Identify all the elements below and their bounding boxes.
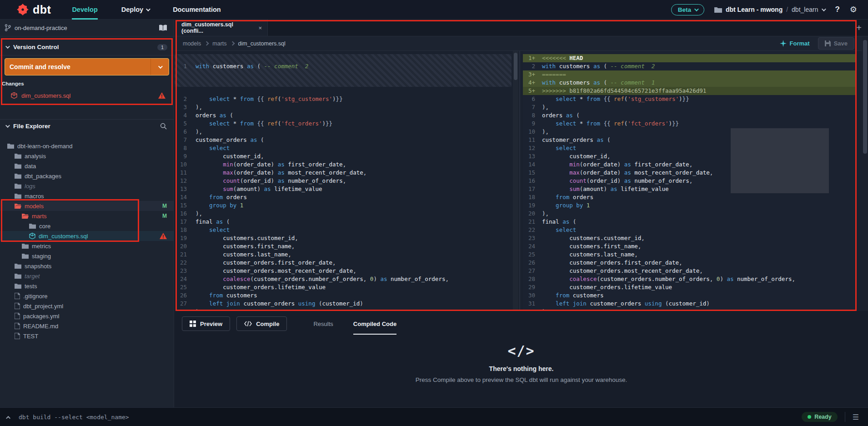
code-line[interactable]: 22 select — [523, 226, 857, 234]
tree-item-staging[interactable]: staging — [0, 251, 174, 261]
code-line[interactable]: 3), — [175, 103, 512, 111]
code-line[interactable]: 23 customer_orders.most_recent_order_dat… — [175, 267, 512, 275]
expand-panel-icon[interactable] — [0, 413, 19, 421]
code-line[interactable]: 24 coalesce(customer_orders.number_of_or… — [175, 275, 512, 283]
code-line[interactable]: 20), — [523, 210, 857, 218]
code-line[interactable]: 21 customers.last_name, — [175, 251, 512, 259]
gear-icon[interactable]: ⚙ — [850, 5, 857, 15]
code-line[interactable]: 32) — [523, 308, 857, 311]
code-line[interactable]: 12 select — [523, 144, 857, 152]
code-line[interactable]: 26 customer_orders.first_order_date, — [523, 259, 857, 267]
code-line[interactable]: 25 customers.last_name, — [523, 251, 857, 259]
code-line[interactable]: 31 left join customer_orders using (cust… — [523, 300, 857, 308]
left-pane-scrollbar[interactable] — [513, 51, 518, 311]
commit-options-button[interactable] — [151, 59, 169, 75]
beta-badge[interactable]: Beta — [671, 4, 704, 15]
code-line[interactable]: 27 customer_orders.most_recent_order_dat… — [523, 267, 857, 275]
code-line[interactable]: 17final as ( — [175, 218, 512, 226]
code-line[interactable]: 14 from orders — [175, 193, 512, 201]
tree-item-logs[interactable]: logs — [0, 181, 174, 191]
code-line[interactable]: 25 customer_orders.lifetime_value — [175, 283, 512, 291]
code-line[interactable]: 26 from customers — [175, 291, 512, 300]
code-line[interactable]: 7customer_orders as ( — [175, 136, 512, 144]
new-tab-button[interactable]: + — [850, 20, 868, 36]
code-line[interactable]: 7), — [523, 103, 857, 111]
code-line[interactable]: 4orders as ( — [175, 111, 512, 120]
tab-results[interactable]: Results — [313, 316, 333, 332]
code-line[interactable]: 5 select * from {{ ref('fct_orders')}} — [175, 120, 512, 128]
tree-item-target[interactable]: target — [0, 271, 174, 281]
code-line[interactable]: 28 coalesce(customer_orders.number_of_or… — [523, 275, 857, 283]
tree-item-readme-md[interactable]: README.md — [0, 321, 174, 331]
account-switcher[interactable]: dbt Learn - mwong / dbt_learn — [714, 6, 825, 13]
code-line[interactable]: 29 customer_orders.lifetime_value — [523, 283, 857, 291]
code-line[interactable]: 1with customers as ( -- comment 2 — [175, 62, 512, 70]
tree-item-snapshots[interactable]: snapshots — [0, 261, 174, 271]
file-explorer-header[interactable]: File Explorer — [0, 119, 174, 133]
code-line[interactable]: 18 select — [175, 226, 512, 234]
docs-book-icon[interactable] — [159, 25, 167, 31]
code-line[interactable]: 18 from orders — [523, 193, 857, 201]
tree-item-dbt-packages[interactable]: dbt_packages — [0, 171, 174, 181]
code-line[interactable]: 21final as ( — [523, 218, 857, 226]
code-line[interactable]: 2 select * from {{ ref('stg_customers')}… — [175, 95, 512, 103]
history-menu-icon[interactable]: ☰ — [853, 413, 862, 421]
code-line[interactable]: 6), — [175, 128, 512, 136]
breadcrumb-models[interactable]: models — [183, 40, 201, 47]
code-line[interactable]: 15 group by 1 — [175, 201, 512, 210]
code-line[interactable]: 16 count(order_id) as number_of_orders, — [523, 177, 857, 185]
code-line[interactable]: 23 customers.customer_id, — [523, 234, 857, 242]
nav-documentation[interactable]: Documentation — [173, 0, 221, 20]
help-icon[interactable]: ? — [835, 5, 839, 14]
code-line[interactable]: 12 count(order_id) as number_of_orders, — [175, 177, 512, 185]
search-icon[interactable] — [160, 123, 167, 130]
tab-dim-customers[interactable]: dim_customers.sql (confli... × — [174, 20, 268, 36]
breadcrumb-marts[interactable]: marts — [212, 40, 226, 47]
format-button[interactable]: Format — [780, 40, 810, 47]
code-line[interactable]: 24 customers.first_name, — [523, 242, 857, 251]
code-line[interactable]: 5+>>>>>>> b81f802a66fd544504c65721e3ffaa… — [523, 87, 857, 95]
tab-compiled-code[interactable]: Compiled Code — [353, 316, 396, 332]
editor-pane-diff[interactable]: 1+<<<<<<< HEAD2with customers as ( -- co… — [523, 51, 857, 311]
code-line[interactable]: 8orders as ( — [523, 111, 857, 120]
changed-file-row[interactable]: dim_customers.sql — [0, 90, 173, 101]
tree-item-dim-customers-sql[interactable]: dim_customers.sql — [0, 231, 174, 241]
code-line[interactable]: 27 left join customer_orders using (cust… — [175, 300, 512, 308]
tree-item-packages-yml[interactable]: packages.yml — [0, 311, 174, 321]
tree-item-tests[interactable]: tests — [0, 281, 174, 291]
save-button[interactable]: Save — [818, 37, 854, 50]
tree-item-analysis[interactable]: analysis — [0, 151, 174, 161]
code-line[interactable]: 13 customer_id, — [523, 152, 857, 160]
tree-item-dbt-project-yml[interactable]: dbt_project.yml — [0, 301, 174, 311]
version-control-header[interactable]: Version Control 1 — [0, 36, 174, 55]
code-line[interactable]: 10), — [523, 128, 857, 136]
branch-name[interactable]: on-demand-practice — [15, 25, 67, 31]
tree-item-data[interactable]: data — [0, 161, 174, 171]
code-line[interactable]: 19 group by 1 — [523, 201, 857, 210]
code-line[interactable]: 9 select * from {{ ref('fct_orders')}} — [523, 120, 857, 128]
tree-item-dbt-learn-on-demand[interactable]: dbt-learn-on-demand — [0, 141, 174, 151]
code-line[interactable]: 2with customers as ( -- comment 2 — [523, 62, 857, 70]
pane-divider[interactable] — [519, 51, 520, 311]
nav-deploy[interactable]: Deploy — [121, 0, 149, 20]
close-icon[interactable]: × — [258, 25, 262, 31]
tree-item-macros[interactable]: macros — [0, 191, 174, 201]
code-line[interactable]: 13 sum(amount) as lifetime_value — [175, 185, 512, 193]
code-line[interactable]: 20 customers.first_name, — [175, 242, 512, 251]
code-line[interactable]: 17 sum(amount) as lifetime_value — [523, 185, 857, 193]
tree-item-test[interactable]: TEST — [0, 331, 174, 341]
dbt-logo[interactable]: dbt — [0, 3, 60, 16]
code-line[interactable]: 11 max(order_date) as most_recent_order_… — [175, 169, 512, 177]
tree-item-metrics[interactable]: metrics — [0, 241, 174, 251]
code-line[interactable]: 3+======= — [523, 70, 857, 79]
nav-develop[interactable]: Develop — [72, 0, 97, 20]
tree-item-marts[interactable]: martsM — [0, 211, 174, 221]
code-line[interactable]: 28) — [175, 308, 512, 311]
code-line[interactable]: 14 min(order_date) as first_order_date, — [523, 160, 857, 169]
code-line[interactable]: 8 select — [175, 144, 512, 152]
tree-item-core[interactable]: core — [0, 221, 174, 231]
code-line[interactable]: 6 select * from {{ ref('stg_customers')}… — [523, 95, 857, 103]
code-line[interactable]: 16), — [175, 210, 512, 218]
commit-and-resolve-button[interactable]: Commit and resolve — [5, 58, 169, 75]
compile-button[interactable]: Compile — [236, 316, 287, 331]
